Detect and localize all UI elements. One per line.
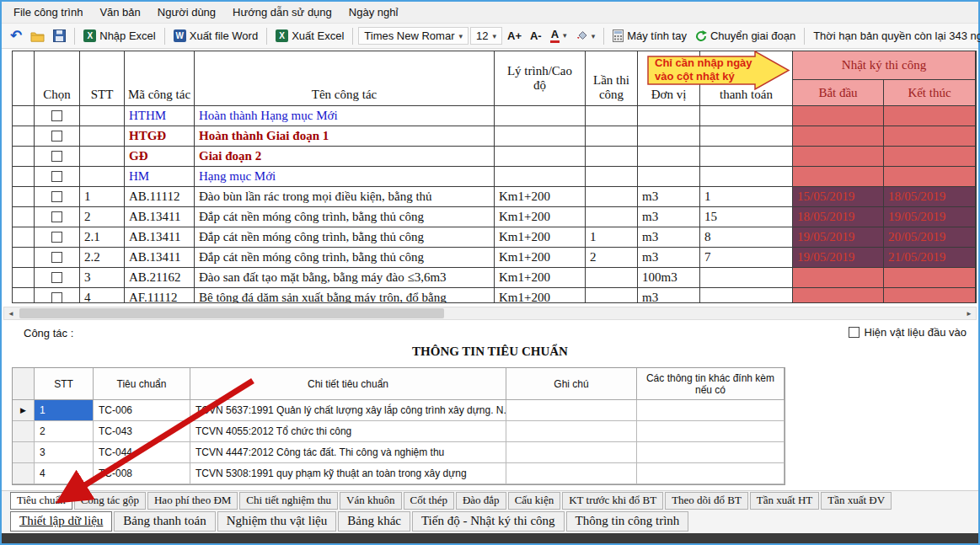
tab-tiêu-chuẩn[interactable]: Tiêu chuẩn bbox=[10, 492, 72, 510]
col-header-bat-dau[interactable]: Bắt đầu bbox=[793, 80, 884, 106]
col-header-ket-thuc[interactable]: Kết thúc bbox=[884, 80, 976, 106]
row-checkbox[interactable] bbox=[51, 272, 62, 283]
phase-change-button[interactable]: Chuyển giai đoạn bbox=[692, 28, 799, 44]
col-header-ghi-chu[interactable]: Ghi chú bbox=[506, 368, 637, 400]
tab-đào-đắp[interactable]: Đào đắp bbox=[456, 492, 506, 510]
standard-row[interactable]: 2TC-043TCVN 4055:2012 Tổ chức thi công bbox=[13, 421, 785, 442]
scroll-right-button[interactable]: ► bbox=[962, 307, 976, 319]
tab-thiết-lập-dữ-liệu[interactable]: Thiết lập dữ liệu bbox=[10, 511, 112, 532]
row-selector[interactable] bbox=[13, 463, 35, 484]
font-decrease-button[interactable]: A- bbox=[527, 28, 545, 44]
tab-hao-phí-theo-đm[interactable]: Hao phí theo ĐM bbox=[147, 492, 238, 510]
col-header-chi-tiet[interactable]: Chi tiết tiêu chuẩn bbox=[190, 368, 506, 400]
row-selector[interactable] bbox=[13, 421, 35, 442]
fill-color-button[interactable]: ▾ bbox=[572, 29, 599, 43]
cell-bat-dau[interactable] bbox=[793, 106, 884, 126]
row-selector[interactable] bbox=[13, 187, 35, 207]
col-header-khac[interactable]: Các thông tin khác đính kèm nếu có bbox=[637, 368, 785, 400]
task-row[interactable]: 2.1AB.13411Đắp cát nền móng công trình, … bbox=[13, 227, 976, 248]
row-selector[interactable] bbox=[13, 147, 35, 167]
scroll-left-button[interactable]: ◄ bbox=[4, 307, 18, 319]
task-row[interactable]: HMHạng mục Mới bbox=[13, 167, 976, 187]
font-increase-button[interactable]: A+ bbox=[504, 28, 525, 44]
cell-ket-thuc[interactable] bbox=[884, 268, 976, 288]
cell-ket-thuc[interactable] bbox=[884, 147, 976, 167]
cell-bat-dau[interactable] bbox=[793, 126, 884, 147]
cell-bat-dau[interactable]: 19/05/2019 bbox=[793, 248, 884, 268]
cell-bat-dau[interactable]: 19/05/2019 bbox=[793, 227, 884, 248]
row-checkbox[interactable] bbox=[51, 292, 62, 303]
task-row[interactable]: 4AF.11112Bê tông đá dăm sản xuất bằng má… bbox=[13, 288, 976, 303]
cell-bat-dau[interactable] bbox=[793, 167, 884, 187]
cell-ket-thuc[interactable] bbox=[884, 167, 976, 187]
row-selector[interactable] bbox=[13, 227, 35, 248]
export-excel-button[interactable]: XXuất Excel bbox=[272, 28, 347, 44]
tab-kt-trước-khi-đổ-bt[interactable]: KT trước khi đổ BT bbox=[562, 492, 663, 510]
row-checkbox[interactable] bbox=[51, 171, 62, 182]
horizontal-scrollbar[interactable]: ◄ ► bbox=[3, 307, 977, 320]
row-checkbox[interactable] bbox=[51, 191, 62, 202]
row-checkbox[interactable] bbox=[51, 110, 62, 121]
tab-công-tác-gộp[interactable]: Công tác gộp bbox=[74, 492, 146, 510]
tab-thông-tin-công-trình[interactable]: Thông tin công trình bbox=[566, 511, 689, 532]
col-header-lan-thi-cong[interactable]: Lần thi công bbox=[586, 51, 638, 106]
tab-theo-dõi-đổ-bt[interactable]: Theo dõi đổ BT bbox=[665, 492, 748, 510]
cell-ket-thuc[interactable] bbox=[884, 126, 976, 147]
row-selector[interactable] bbox=[13, 167, 35, 187]
tab-cấu-kiện[interactable]: Cấu kiện bbox=[508, 492, 561, 510]
menu-item-hướng-dẫn-sử-dụng[interactable]: Hướng dẫn sử dụng bbox=[224, 2, 340, 23]
export-word-button[interactable]: WXuất file Word bbox=[170, 28, 261, 44]
cell-ket-thuc[interactable]: 18/05/2019 bbox=[884, 187, 976, 207]
tab-tần-xuất-ht[interactable]: Tần xuất HT bbox=[750, 492, 819, 510]
tab-bảng-thanh-toán[interactable]: Bảng thanh toán bbox=[114, 511, 215, 532]
tab-cốt-thép[interactable]: Cốt thép bbox=[404, 492, 454, 510]
font-size-select[interactable]: 12▾ bbox=[470, 27, 502, 45]
row-selector[interactable] bbox=[13, 288, 35, 303]
tab-ván-khuôn[interactable]: Ván khuôn bbox=[340, 492, 401, 510]
menu-item-người-dùng[interactable]: Người dùng bbox=[149, 2, 224, 23]
hien-vat-lieu-checkbox[interactable]: Hiện vật liệu đầu vào bbox=[849, 326, 967, 339]
font-family-select[interactable]: Times New Romar▾ bbox=[358, 27, 469, 45]
scrollbar-thumb[interactable] bbox=[19, 308, 444, 318]
col-header-ma-cong-tac[interactable]: Mã công tác bbox=[125, 51, 195, 106]
row-checkbox[interactable] bbox=[51, 211, 62, 222]
col-header-chon[interactable]: Chọn bbox=[35, 51, 80, 106]
row-checkbox[interactable] bbox=[51, 252, 62, 263]
col-header-ten-cong-tac[interactable]: Tên công tác bbox=[195, 51, 495, 106]
task-row[interactable]: HTGĐHoàn thành Giai đoạn 1 bbox=[13, 126, 976, 147]
cell-bat-dau[interactable]: 18/05/2019 bbox=[793, 207, 884, 227]
standard-row[interactable]: 3TC-044TCVN 4447:2012 Công tác đất. Thi … bbox=[13, 442, 785, 463]
cell-ket-thuc[interactable]: 21/05/2019 bbox=[884, 248, 976, 268]
col-header-stt[interactable]: STT bbox=[35, 368, 94, 400]
row-checkbox[interactable] bbox=[51, 131, 62, 142]
save-button[interactable] bbox=[50, 28, 69, 44]
tab-tần-xuất-đv[interactable]: Tần xuất ĐV bbox=[821, 492, 892, 510]
menu-item-file-công-trình[interactable]: File công trình bbox=[5, 2, 91, 23]
row-checkbox[interactable] bbox=[51, 151, 62, 162]
row-selector[interactable] bbox=[13, 207, 35, 227]
row-selector[interactable] bbox=[13, 126, 35, 147]
tab-nghiệm-thu-vật-liệu[interactable]: Nghiệm thu vật liệu bbox=[217, 511, 337, 532]
task-row[interactable]: 3AB.21162Đào san đất tạo mặt bằng, bằng … bbox=[13, 268, 976, 288]
import-excel-button[interactable]: XNhập Excel bbox=[80, 28, 158, 44]
tab-tiến-độ---nhật-ký-thi-công[interactable]: Tiến độ - Nhật ký thi công bbox=[412, 511, 565, 532]
cell-bat-dau[interactable]: 15/05/2019 bbox=[793, 187, 884, 207]
tab-chi-tiết-nghiệm-thu[interactable]: Chi tiết nghiệm thu bbox=[239, 492, 338, 510]
task-row[interactable]: 2.2AB.13411Đắp cát nền móng công trình, … bbox=[13, 248, 976, 268]
scrollbar-track[interactable] bbox=[18, 307, 962, 319]
col-header-ly-trinh[interactable]: Lý trình/Cao độ bbox=[495, 51, 586, 106]
col-header-tieu-chuan[interactable]: Tiêu chuẩn bbox=[94, 368, 190, 400]
menu-item-ngày-nghỉ[interactable]: Ngày nghỉ bbox=[340, 2, 407, 23]
undo-button[interactable]: ↶ bbox=[7, 27, 25, 45]
task-row[interactable]: GĐGiai đoạn 2 bbox=[13, 147, 976, 167]
cell-bat-dau[interactable] bbox=[793, 147, 884, 167]
row-selector[interactable]: ▶ bbox=[13, 400, 35, 421]
cell-ket-thuc[interactable]: 20/05/2019 bbox=[884, 227, 976, 248]
col-header-stt[interactable]: STT bbox=[80, 51, 125, 106]
font-color-button[interactable]: A▾ bbox=[547, 27, 570, 45]
task-row[interactable]: 2AB.13411Đắp cát nền móng công trình, bằ… bbox=[13, 207, 976, 227]
menu-item-văn-bản[interactable]: Văn bản bbox=[91, 2, 148, 23]
task-row[interactable]: 1AB.11112Đào bùn lần rác trong mọi điều … bbox=[13, 187, 976, 207]
cell-ket-thuc[interactable] bbox=[884, 288, 976, 303]
open-file-button[interactable] bbox=[27, 29, 48, 44]
